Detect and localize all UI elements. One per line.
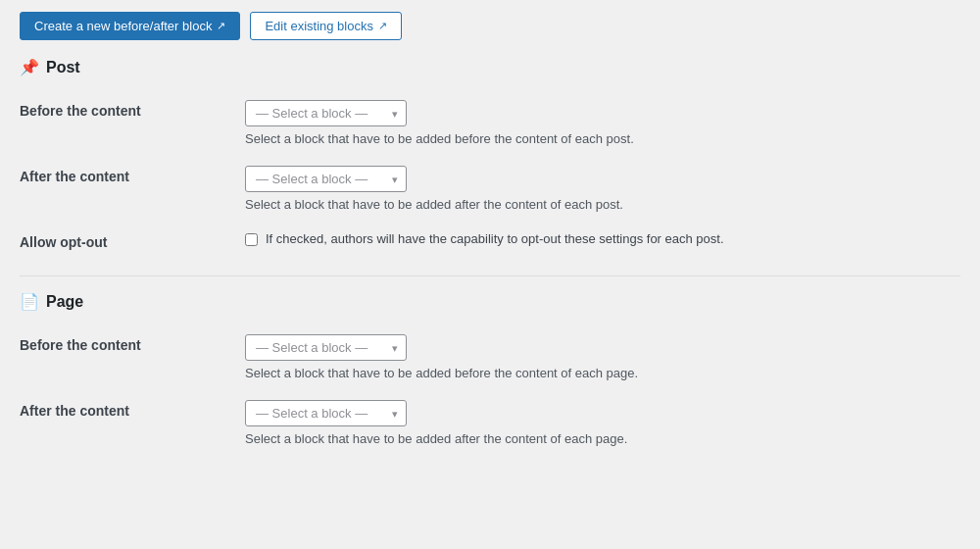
top-bar: Create a new before/after block ↗ Edit e… bbox=[20, 12, 960, 40]
post-form-table: Before the content — Select a block — ▾ … bbox=[20, 90, 960, 260]
page-icon: 📄 bbox=[20, 292, 39, 311]
page-before-select-container: — Select a block — ▾ bbox=[245, 334, 407, 361]
page-before-label: Before the content bbox=[20, 324, 235, 390]
page-before-description: Select a block that have to be added bef… bbox=[245, 366, 774, 380]
table-row: Before the content — Select a block — ▾ … bbox=[20, 90, 960, 156]
table-row: After the content — Select a block — ▾ S… bbox=[20, 390, 960, 456]
post-before-label: Before the content bbox=[20, 90, 235, 156]
page-after-select-container: — Select a block — ▾ bbox=[245, 400, 407, 426]
page-after-label: After the content bbox=[20, 390, 235, 456]
pushpin-icon: 📌 bbox=[20, 58, 39, 76]
create-block-label: Create a new before/after block bbox=[34, 19, 212, 33]
page-wrapper: Create a new before/after block ↗ Edit e… bbox=[0, 0, 980, 491]
page-before-select[interactable]: — Select a block — bbox=[245, 334, 407, 361]
post-section-heading: 📌 Post bbox=[20, 58, 960, 76]
post-after-select-container: — Select a block — ▾ bbox=[245, 166, 407, 192]
post-after-description: Select a block that have to be added aft… bbox=[245, 197, 774, 212]
post-before-select[interactable]: — Select a block — bbox=[245, 100, 407, 126]
table-row: Before the content — Select a block — ▾ … bbox=[20, 324, 960, 390]
external-link-icon-2: ↗ bbox=[378, 20, 387, 32]
table-row: Allow opt-out If checked, authors will h… bbox=[20, 222, 960, 260]
create-block-button[interactable]: Create a new before/after block ↗ bbox=[20, 12, 240, 40]
post-after-label: After the content bbox=[20, 156, 235, 222]
post-optout-checkbox[interactable] bbox=[245, 233, 258, 246]
post-optout-checkbox-row: If checked, authors will have the capabi… bbox=[245, 231, 960, 246]
section-divider bbox=[20, 275, 960, 276]
external-link-icon: ↗ bbox=[217, 20, 225, 32]
post-before-select-container: — Select a block — ▾ bbox=[245, 100, 407, 126]
post-after-select[interactable]: — Select a block — bbox=[245, 166, 407, 192]
post-before-description: Select a block that have to be added bef… bbox=[245, 131, 774, 146]
edit-blocks-button[interactable]: Edit existing blocks ↗ bbox=[250, 12, 402, 40]
page-section-title: Page bbox=[46, 293, 83, 311]
edit-blocks-label: Edit existing blocks bbox=[265, 19, 373, 33]
post-section-title: Post bbox=[46, 59, 80, 76]
page-after-description: Select a block that have to be added aft… bbox=[245, 431, 774, 446]
page-after-select[interactable]: — Select a block — bbox=[245, 400, 407, 426]
post-optout-label: Allow opt-out bbox=[20, 222, 235, 260]
table-row: After the content — Select a block — ▾ S… bbox=[20, 156, 960, 222]
page-form-table: Before the content — Select a block — ▾ … bbox=[20, 324, 960, 456]
post-optout-checkbox-label: If checked, authors will have the capabi… bbox=[266, 231, 724, 246]
page-section-heading: 📄 Page bbox=[20, 292, 960, 311]
